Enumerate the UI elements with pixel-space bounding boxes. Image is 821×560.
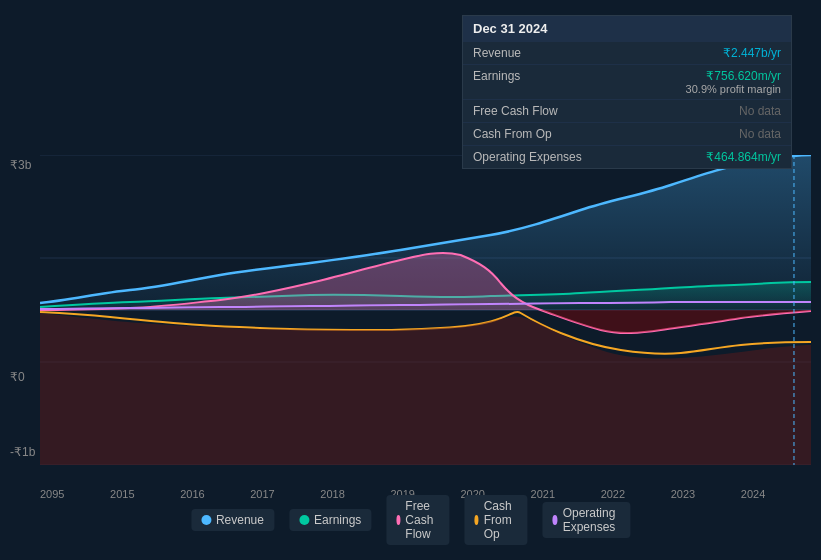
legend-cashop-label: Cash From Op: [484, 499, 518, 541]
legend-cashop[interactable]: Cash From Op: [464, 495, 527, 545]
chart-legend: Revenue Earnings Free Cash Flow Cash Fro…: [191, 495, 630, 545]
legend-earnings-dot: [299, 515, 309, 525]
tooltip-opex-label: Operating Expenses: [473, 150, 603, 164]
tooltip-cashop-row: Cash From Op No data: [463, 122, 791, 145]
negative-fill: [40, 313, 811, 465]
x-label-1: 2095: [40, 488, 64, 500]
legend-fcf-label: Free Cash Flow: [405, 499, 439, 541]
legend-opex-dot: [552, 515, 557, 525]
legend-fcf-dot: [396, 515, 400, 525]
fcf-fill-below: [541, 310, 811, 333]
tooltip-revenue-label: Revenue: [473, 46, 603, 60]
legend-earnings[interactable]: Earnings: [289, 509, 371, 531]
y-label-bottom: -₹1b: [10, 445, 35, 459]
chart-container: Dec 31 2024 Revenue ₹2.447b/yr Earnings …: [0, 0, 821, 560]
legend-revenue[interactable]: Revenue: [191, 509, 274, 531]
legend-revenue-dot: [201, 515, 211, 525]
x-label-2024: 2024: [741, 488, 765, 500]
legend-revenue-label: Revenue: [216, 513, 264, 527]
tooltip-earnings-value: ₹756.620m/yr 30.9% profit margin: [603, 69, 781, 95]
tooltip-opex-row: Operating Expenses ₹464.864m/yr: [463, 145, 791, 168]
tooltip-earnings-row: Earnings ₹756.620m/yr 30.9% profit margi…: [463, 64, 791, 99]
x-label-2023: 2023: [671, 488, 695, 500]
y-label-zero: ₹0: [10, 370, 25, 384]
tooltip-date: Dec 31 2024: [463, 16, 791, 41]
legend-fcf[interactable]: Free Cash Flow: [386, 495, 449, 545]
tooltip-revenue-value: ₹2.447b/yr: [603, 46, 781, 60]
tooltip-cashop-label: Cash From Op: [473, 127, 603, 141]
tooltip-fcf-value: No data: [603, 104, 781, 118]
tooltip-opex-value: ₹464.864m/yr: [603, 150, 781, 164]
y-label-top: ₹3b: [10, 158, 31, 172]
legend-opex[interactable]: Operating Expenses: [542, 502, 630, 538]
legend-opex-label: Operating Expenses: [563, 506, 620, 534]
tooltip-fcf-row: Free Cash Flow No data: [463, 99, 791, 122]
tooltip-revenue-row: Revenue ₹2.447b/yr: [463, 41, 791, 64]
tooltip-cashop-value: No data: [603, 127, 781, 141]
x-label-2015: 2015: [110, 488, 134, 500]
chart-svg: [40, 155, 811, 465]
tooltip-box: Dec 31 2024 Revenue ₹2.447b/yr Earnings …: [462, 15, 792, 169]
legend-earnings-label: Earnings: [314, 513, 361, 527]
legend-cashop-dot: [474, 515, 478, 525]
tooltip-fcf-label: Free Cash Flow: [473, 104, 603, 118]
tooltip-earnings-label: Earnings: [473, 69, 603, 83]
